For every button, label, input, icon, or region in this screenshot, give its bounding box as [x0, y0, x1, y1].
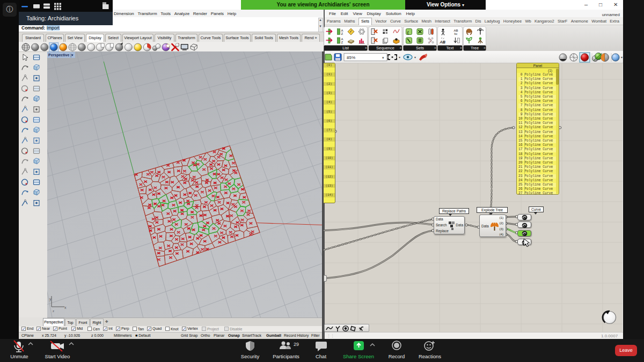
svg-text:Reactions: Reactions — [419, 353, 441, 359]
svg-text:Z: Z — [341, 32, 343, 35]
svg-text:+: + — [365, 46, 368, 50]
svg-text:Sets: Sets — [416, 46, 424, 50]
svg-text:+: + — [434, 46, 437, 50]
svg-text:Participants: Participants — [273, 353, 299, 359]
svg-text:Start Video: Start Video — [45, 353, 70, 359]
svg-text:+: + — [399, 46, 402, 50]
svg-text:Unmute: Unmute — [10, 353, 28, 359]
svg-text:Share Screen: Share Screen — [343, 353, 374, 359]
svg-text:List: List — [342, 46, 349, 50]
svg-text:85%: 85% — [347, 55, 355, 60]
svg-text:Security: Security — [241, 353, 260, 359]
svg-text:Record: Record — [389, 353, 405, 359]
svg-text:Z: Z — [341, 41, 343, 44]
svg-text:Text: Text — [447, 46, 455, 50]
svg-text:▾: ▾ — [399, 56, 400, 59]
svg-text:bc: bc — [455, 32, 458, 35]
svg-text:AB: AB — [440, 40, 446, 45]
svg-text:Sequence: Sequence — [376, 46, 394, 50]
svg-text:+: + — [460, 46, 463, 50]
svg-text:29: 29 — [294, 342, 299, 347]
svg-text:Tree: Tree — [471, 46, 479, 50]
svg-text:▾: ▾ — [382, 56, 384, 60]
svg-text:Chat: Chat — [316, 353, 326, 359]
svg-text:{: { — [407, 30, 409, 35]
svg-text:+: + — [484, 46, 486, 50]
svg-text:▾: ▾ — [414, 56, 416, 59]
